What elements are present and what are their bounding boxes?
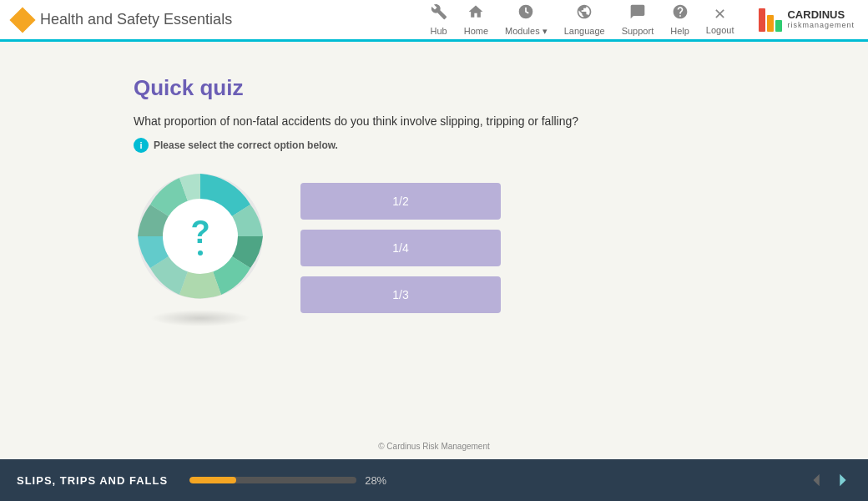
quiz-body: ? 1/2 1/4 1/3 [134, 170, 734, 326]
logo-bars [759, 8, 782, 32]
svg-marker-6 [840, 474, 845, 487]
circle-shadow [150, 310, 250, 326]
quiz-circle-image: ? [134, 170, 267, 326]
svg-point-4 [198, 250, 203, 256]
logout-label: Logout [706, 25, 734, 35]
modules-icon [517, 3, 534, 24]
close-icon: ✕ [714, 5, 726, 23]
svg-marker-5 [813, 474, 819, 487]
nav-logout[interactable]: ✕ Logout [706, 5, 734, 35]
hub-icon [431, 3, 447, 24]
diamond-logo-icon [9, 7, 35, 33]
module-title: SLIPS, TRIPS AND FALLS [17, 474, 168, 487]
quiz-question: What proportion of non-fatal accidents d… [134, 114, 734, 128]
nav-support[interactable]: Support [622, 3, 654, 36]
option-2[interactable]: 1/4 [300, 230, 501, 266]
language-icon [576, 3, 593, 24]
header-nav: Hub Home Modules ▾ Language Support [431, 3, 855, 37]
modules-label: Modules ▾ [505, 26, 548, 37]
instruction-text: Please select the correct option below. [154, 139, 338, 151]
help-icon [672, 3, 689, 24]
logo-text: CARDINUS riskmanagement [787, 9, 855, 29]
main-content: Quick quiz What proportion of non-fatal … [0, 42, 868, 459]
help-label: Help [670, 26, 689, 36]
home-icon [467, 3, 484, 24]
prev-button[interactable] [808, 471, 826, 489]
progress-bar-outer [189, 477, 356, 483]
info-icon: i [134, 138, 149, 153]
copyright-text: © Cardinus Risk Management [378, 437, 490, 453]
header: Health and Safety Essentials Hub Home Mo… [0, 0, 868, 42]
nav-arrows [808, 471, 851, 489]
bottom-bar: SLIPS, TRIPS AND FALLS 28% [0, 459, 868, 501]
quiz-title: Quick quiz [134, 75, 734, 101]
nav-modules[interactable]: Modules ▾ [505, 3, 548, 37]
nav-home[interactable]: Home [464, 3, 488, 36]
support-icon [629, 3, 646, 24]
language-label: Language [564, 26, 605, 36]
progress-container: 28% [189, 474, 795, 487]
header-left: Health and Safety Essentials [13, 11, 232, 29]
company-logo: CARDINUS riskmanagement [759, 8, 855, 32]
svg-text:?: ? [190, 215, 209, 250]
progress-percentage: 28% [365, 474, 386, 487]
options-container: 1/2 1/4 1/3 [300, 183, 734, 313]
app-title: Health and Safety Essentials [40, 11, 232, 28]
hub-label: Hub [431, 26, 447, 36]
option-3[interactable]: 1/3 [300, 276, 501, 313]
progress-bar-inner [189, 477, 236, 483]
support-label: Support [622, 26, 654, 36]
nav-language[interactable]: Language [564, 3, 605, 36]
nav-help[interactable]: Help [670, 3, 689, 36]
next-button[interactable] [833, 471, 851, 489]
quiz-instruction: i Please select the correct option below… [134, 138, 734, 153]
option-1[interactable]: 1/2 [300, 183, 501, 220]
home-label: Home [464, 26, 488, 36]
nav-hub[interactable]: Hub [431, 3, 447, 36]
